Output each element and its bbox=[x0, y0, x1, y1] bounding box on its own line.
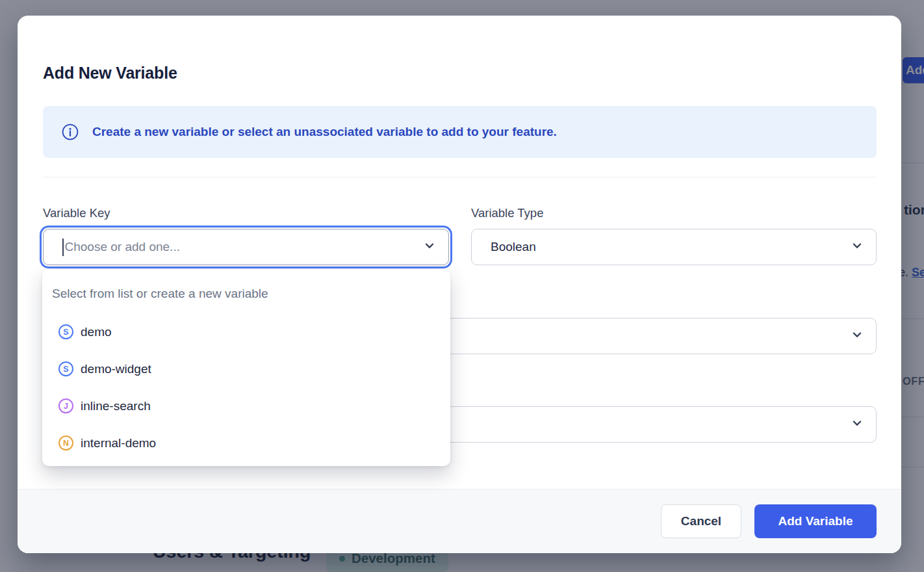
modal-title: Add New Variable bbox=[43, 64, 177, 83]
variable-key-placeholder: Choose or add one... bbox=[65, 240, 180, 254]
dropdown-item-label: inline-search bbox=[81, 399, 151, 413]
dropdown-item-label: internal-demo bbox=[81, 436, 156, 450]
variable-type-label: Variable Type bbox=[471, 206, 543, 220]
dropdown-item-label: demo-widget bbox=[81, 362, 151, 376]
variable-key-combobox[interactable]: Choose or add one... bbox=[43, 229, 449, 265]
string-type-icon: S bbox=[58, 361, 73, 376]
variable-key-dropdown: Select from list or create a new variabl… bbox=[42, 269, 450, 466]
add-variable-modal: Add New Variable Create a new variable o… bbox=[18, 16, 901, 553]
chevron-down-icon bbox=[851, 240, 863, 254]
chevron-down-icon bbox=[851, 417, 863, 432]
dropdown-item-demo[interactable]: S demo bbox=[42, 313, 450, 350]
info-icon bbox=[62, 124, 79, 140]
section-divider bbox=[43, 177, 877, 177]
add-variable-button[interactable]: Add Variable bbox=[754, 504, 877, 538]
variable-key-label: Variable Key bbox=[43, 206, 110, 220]
info-banner: Create a new variable or select an unass… bbox=[43, 106, 877, 158]
variable-type-value: Boolean bbox=[491, 240, 536, 254]
variable-type-select[interactable]: Boolean bbox=[471, 229, 877, 265]
text-cursor bbox=[62, 239, 64, 256]
string-type-icon: S bbox=[58, 324, 73, 339]
json-type-icon: J bbox=[58, 398, 73, 413]
dropdown-item-label: demo bbox=[81, 325, 112, 339]
number-type-icon: N bbox=[58, 436, 73, 450]
screen: Add tion e. Se OFF Users & Targeting Dev… bbox=[0, 0, 924, 572]
dropdown-item-list: S demo S demo-widget J inline-search N i… bbox=[42, 313, 450, 462]
modal-footer: Cancel Add Variable bbox=[18, 489, 901, 553]
dropdown-hint: Select from list or create a new variabl… bbox=[52, 287, 268, 301]
dropdown-item-demo-widget[interactable]: S demo-widget bbox=[42, 350, 450, 387]
dropdown-item-inline-search[interactable]: J inline-search bbox=[42, 387, 450, 424]
chevron-down-icon bbox=[424, 240, 435, 254]
chevron-down-icon bbox=[851, 329, 863, 343]
cancel-button[interactable]: Cancel bbox=[661, 504, 741, 538]
info-banner-text: Create a new variable or select an unass… bbox=[92, 125, 557, 139]
dropdown-item-internal-demo[interactable]: N internal-demo bbox=[42, 424, 450, 462]
